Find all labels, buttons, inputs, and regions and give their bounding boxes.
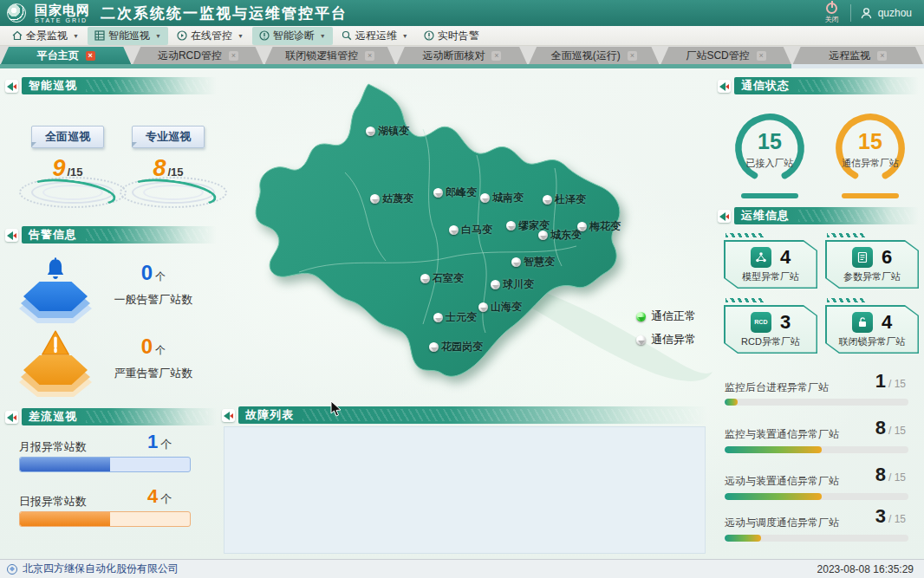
company-logo-icon <box>7 564 17 575</box>
user-icon <box>860 7 873 20</box>
legend-comm-normal: 通信正常 <box>636 308 696 324</box>
status-bar: 北京四方继保自动化股份有限公司 2023-08-08 16:35:29 <box>0 559 924 578</box>
play-circle-icon <box>177 30 187 41</box>
general-alarm-item: 0个 一般告警厂站数 <box>5 256 213 330</box>
map-station-pin[interactable]: 士元变 <box>433 310 477 325</box>
tab-section-check[interactable]: 远动断面核对 <box>397 47 527 64</box>
close-icon[interactable] <box>491 51 501 61</box>
station-pin-icon <box>433 188 443 198</box>
collapse-arrow-icon[interactable] <box>5 229 18 242</box>
page-title: 二次系统统一监视与运维管控平台 <box>101 3 348 23</box>
power-icon <box>826 3 837 14</box>
monitor-device-comm-label: 监控与装置通信异常厂站 <box>725 427 839 442</box>
menu-panorama-monitor[interactable]: 全景监视 <box>5 27 86 45</box>
tab-remote-monitor[interactable]: 远程监视 <box>793 47 923 64</box>
collapse-arrow-icon[interactable] <box>222 409 235 422</box>
close-icon[interactable] <box>628 51 637 61</box>
severe-alarm-label: 严重告警厂站数 <box>99 366 208 381</box>
rcd-abnormal-card[interactable]: RCD 3 RCD异常厂站 <box>724 305 817 354</box>
station-pin-icon <box>478 302 488 312</box>
tab-rcd-control[interactable]: 远动RCD管控 <box>133 47 263 64</box>
decorative-dashes <box>827 298 865 302</box>
professional-patrol-value: 8 <box>153 155 166 181</box>
telecontrol-dispatch-comm-label: 远动与调度通信异常厂站 <box>725 516 839 530</box>
station-pin-icon <box>366 127 375 136</box>
logout-button[interactable]: 关闭 <box>814 0 850 26</box>
daily-report-bar <box>19 511 191 527</box>
unlock-icon <box>852 312 873 333</box>
main-menu: 全景监视 智能巡视 在线管控 智能诊断 远程运维 实时告警 <box>0 26 924 46</box>
rcd-icon: RCD <box>751 312 771 333</box>
map-station-pin[interactable]: 白马变 <box>449 223 492 237</box>
map-shape <box>217 68 719 408</box>
username-label: quzhou <box>878 7 912 19</box>
map-station-pin[interactable]: 山海变 <box>478 300 522 315</box>
decorative-dashes <box>726 233 764 237</box>
map-station-pin[interactable]: 球川变 <box>491 277 534 292</box>
station-pin-label: 城南变 <box>492 191 524 205</box>
full-patrol-card[interactable]: 全面巡视 9/15 <box>17 126 118 210</box>
comm-abnormal-stations-gauge: 15 通信异常厂站 <box>825 110 915 198</box>
tab-interlock-logic[interactable]: 联闭锁逻辑管控 <box>265 47 395 64</box>
map-station-pin[interactable]: 智慧变 <box>511 255 555 270</box>
model-abnormal-card[interactable]: 4 模型异常厂站 <box>724 240 817 289</box>
alert-circle-icon <box>259 30 270 41</box>
station-pin-icon <box>449 225 459 235</box>
bell-icon <box>41 256 70 285</box>
menu-smart-patrol[interactable]: 智能巡视 <box>88 27 168 45</box>
map-station-pin[interactable]: 城南变 <box>480 191 524 205</box>
collapse-arrow-icon[interactable] <box>718 80 731 93</box>
map-station-pin[interactable]: 梅花变 <box>577 219 621 234</box>
telecontrol-dispatch-comm-bar <box>725 535 908 542</box>
station-pin-label: 球川变 <box>503 277 534 292</box>
menu-realtime-alarm[interactable]: 实时告警 <box>417 27 486 45</box>
section-fault-list-header: 故障列表 <box>222 406 707 424</box>
collapse-arrow-icon[interactable] <box>5 80 18 93</box>
tab-platform-home[interactable]: 平台主页 <box>1 47 131 64</box>
section-ops-info-header: 运维信息 <box>718 207 919 224</box>
map-station-pin[interactable]: 郎峰变 <box>433 185 477 200</box>
decorative-dashes <box>726 298 764 302</box>
menu-smart-diagnosis[interactable]: 智能诊断 <box>252 27 333 45</box>
close-icon[interactable] <box>229 51 238 61</box>
close-icon[interactable] <box>757 51 766 61</box>
station-pin-icon <box>577 222 587 231</box>
green-pin-icon <box>636 312 646 321</box>
section-alarm-info-header: 告警信息 <box>5 226 217 244</box>
station-pin-label: 杜泽变 <box>555 192 586 207</box>
parameter-abnormal-card[interactable]: 6 参数异常厂站 <box>825 240 919 289</box>
collapse-arrow-icon[interactable] <box>718 210 731 223</box>
monitor-backend-label: 监控后台进程异常厂站 <box>725 380 829 395</box>
tab-scd-control[interactable]: 厂站SCD管控 <box>660 47 791 64</box>
interlock-abnormal-card[interactable]: 4 联闭锁异常厂站 <box>825 305 919 354</box>
menu-remote-ops[interactable]: 远程运维 <box>335 27 415 45</box>
collapse-arrow-icon[interactable] <box>5 411 18 424</box>
company-name: 北京四方继保自动化股份有限公司 <box>23 562 179 576</box>
fault-list-body[interactable] <box>224 426 706 554</box>
map-station-pin[interactable]: 城东变 <box>538 228 582 243</box>
map-station-pin[interactable]: 湖镇变 <box>366 124 409 139</box>
section-diff-patrol-header: 差流巡视 <box>5 408 217 425</box>
map-station-pin[interactable]: 姑蔑变 <box>370 192 413 206</box>
severe-alarm-item: 0个 严重告警厂站数 <box>5 329 213 404</box>
decorative-dashes <box>827 233 865 237</box>
map-station-pin[interactable]: 杜泽变 <box>543 192 586 207</box>
menu-online-control[interactable]: 在线管控 <box>170 27 251 45</box>
region-map[interactable]: 湖镇变姑蔑变郎峰变城南变杜泽变白马变缪家变城东变梅花变智慧变石室变球川变山海变士… <box>217 68 719 408</box>
daily-report-value: 4 <box>147 485 158 507</box>
close-icon[interactable] <box>86 51 95 61</box>
map-station-pin[interactable]: 花园岗变 <box>429 340 483 354</box>
close-icon[interactable] <box>877 51 887 61</box>
tab-full-patrol-running[interactable]: 全面巡视(运行) <box>529 47 659 64</box>
tab-bar: 平台主页 远动RCD管控 联闭锁逻辑管控 远动断面核对 全面巡视(运行) 厂站S… <box>0 46 924 64</box>
station-pin-icon <box>433 313 443 322</box>
dashboard-content: 智能巡视 全面巡视 9/15 专业巡视 8/15 告警信息 <box>0 68 924 559</box>
station-pin-label: 花园岗变 <box>441 340 483 354</box>
model-icon <box>751 247 771 268</box>
professional-patrol-card[interactable]: 专业巡视 8/15 <box>118 126 218 210</box>
close-icon[interactable] <box>365 51 374 61</box>
user-menu[interactable]: quzhou <box>850 4 924 22</box>
map-station-pin[interactable]: 石室变 <box>420 271 464 286</box>
alert-circle-icon <box>424 30 434 41</box>
connected-stations-gauge: 15 已接入厂站 <box>725 110 815 198</box>
